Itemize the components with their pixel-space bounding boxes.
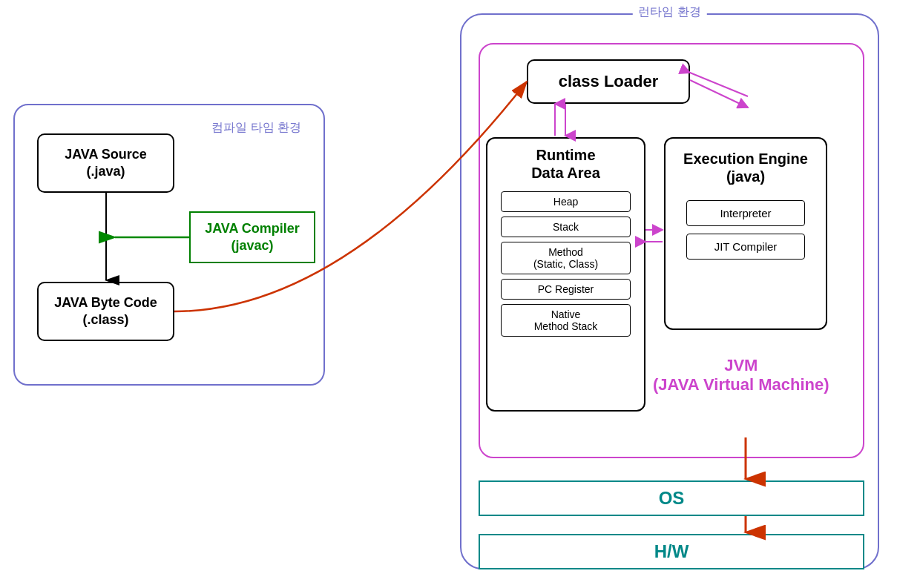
hw-box: H/W	[479, 534, 864, 569]
java-compiler-label: JAVA Compiler(javac)	[205, 220, 300, 255]
pc-register-item: PC Register	[501, 279, 631, 300]
runtime-data-area-box: RuntimeData Area Heap Stack Method(Stati…	[486, 137, 645, 412]
java-source-box: JAVA Source(.java)	[37, 133, 174, 193]
os-box: OS	[479, 480, 864, 516]
rda-items: Heap Stack Method(Static, Class) PC Regi…	[487, 185, 644, 343]
jit-compiler-item: JIT Compiler	[686, 234, 805, 260]
class-loader-label: class Loader	[559, 72, 659, 91]
heap-item: Heap	[501, 191, 631, 212]
exec-engine-items: Interpreter JIT Compiler	[666, 189, 826, 271]
method-item: Method(Static, Class)	[501, 242, 631, 274]
rda-title: RuntimeData Area	[487, 139, 644, 185]
java-bytecode-label: JAVA Byte Code(.class)	[54, 294, 157, 329]
java-compiler-box: JAVA Compiler(javac)	[189, 211, 315, 263]
stack-item: Stack	[501, 217, 631, 237]
diagram-container: 런타임 환경 컴파일 타임 환경 JVM(JAVA Virtual Machin…	[0, 0, 897, 588]
java-bytecode-box: JAVA Byte Code(.class)	[37, 282, 174, 341]
compile-env-label: 컴파일 타임 환경	[211, 120, 301, 136]
native-method-stack-item: NativeMethod Stack	[501, 304, 631, 337]
interpreter-item: Interpreter	[686, 200, 805, 226]
execution-engine-box: Execution Engine(java) Interpreter JIT C…	[664, 137, 827, 330]
java-source-label: JAVA Source(.java)	[65, 146, 147, 181]
os-label: OS	[659, 488, 685, 509]
jvm-label: JVM(JAVA Virtual Machine)	[653, 356, 829, 394]
exec-engine-title: Execution Engine(java)	[666, 139, 826, 189]
runtime-env-label: 런타임 환경	[632, 4, 706, 20]
hw-label: H/W	[654, 541, 689, 562]
class-loader-box: class Loader	[527, 59, 690, 104]
